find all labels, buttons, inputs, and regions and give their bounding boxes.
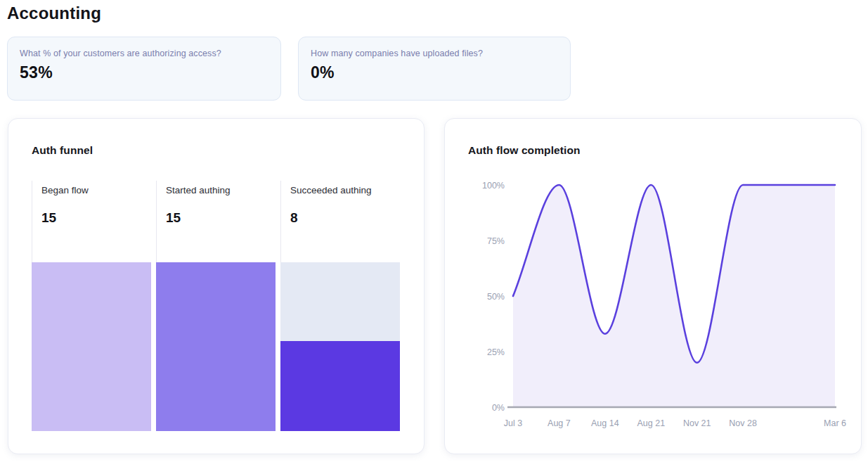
y-axis-tick-label: 75% [487, 236, 505, 246]
x-axis-tick-label: Jul 3 [504, 418, 522, 428]
x-axis-tick-label: Aug 7 [548, 418, 571, 428]
funnel-column-value: 8 [290, 210, 401, 226]
funnel-column-label: Began flow [41, 185, 156, 195]
funnel-column-value: 15 [166, 210, 280, 226]
stat-question: How many companies have uploaded files? [311, 49, 557, 58]
funnel-column-label: Succeeded authing [290, 185, 401, 195]
completion-chart-title: Auth flow completion [468, 144, 581, 157]
funnel-column-label: Started authing [166, 185, 280, 195]
funnel-bar-fill [156, 262, 276, 431]
auth-flow-completion-card: Auth flow completion 100%75%50%25%0%Jul … [444, 118, 862, 454]
funnel-bar-track [156, 262, 276, 431]
y-axis-tick-label: 50% [487, 292, 505, 302]
page-title: Accounting [7, 4, 101, 23]
stat-card-uploaded-files: How many companies have uploaded files? … [298, 37, 571, 101]
y-axis-tick-label: 0% [492, 403, 505, 413]
funnel-bar-track [280, 262, 400, 431]
auth-funnel-card: Auth funnel Began flow 15 Started authin… [8, 118, 425, 454]
area-fill [513, 185, 835, 407]
stat-value: 0% [311, 63, 557, 82]
auth-flow-completion-chart: 100%75%50%25%0%Jul 3Aug 7Aug 14Aug 21Nov… [457, 172, 850, 432]
y-axis-tick-label: 25% [487, 347, 505, 357]
funnel-column-value: 15 [41, 210, 156, 226]
funnel-column-started-authing: Started authing 15 [156, 181, 280, 432]
y-axis-tick-label: 100% [482, 181, 505, 191]
funnel-bar-fill [280, 341, 400, 431]
funnel-column-header: Started authing 15 [156, 181, 280, 262]
funnel-bar-fill [32, 262, 151, 431]
funnel-bar-track [32, 262, 151, 431]
stat-card-authorizing-access: What % of your customers are authorizing… [7, 37, 281, 101]
x-axis-tick-label: Aug 21 [637, 418, 665, 428]
funnel-column-header: Succeeded authing 8 [280, 181, 401, 262]
x-axis-tick-label: Nov 28 [729, 418, 757, 428]
funnel-chart: Began flow 15 Started authing 15 Succeed… [32, 181, 404, 432]
funnel-chart-title: Auth funnel [32, 144, 93, 157]
funnel-column-succeeded-authing: Succeeded authing 8 [280, 181, 401, 432]
x-axis-tick-label: Nov 21 [683, 418, 711, 428]
stat-question: What % of your customers are authorizing… [20, 49, 268, 58]
x-axis-tick-label: Mar 6 [824, 418, 846, 428]
stat-value: 53% [20, 63, 268, 82]
funnel-column-began-flow: Began flow 15 [32, 181, 156, 432]
funnel-column-header: Began flow 15 [32, 181, 156, 262]
x-axis-tick-label: Aug 14 [591, 418, 619, 428]
